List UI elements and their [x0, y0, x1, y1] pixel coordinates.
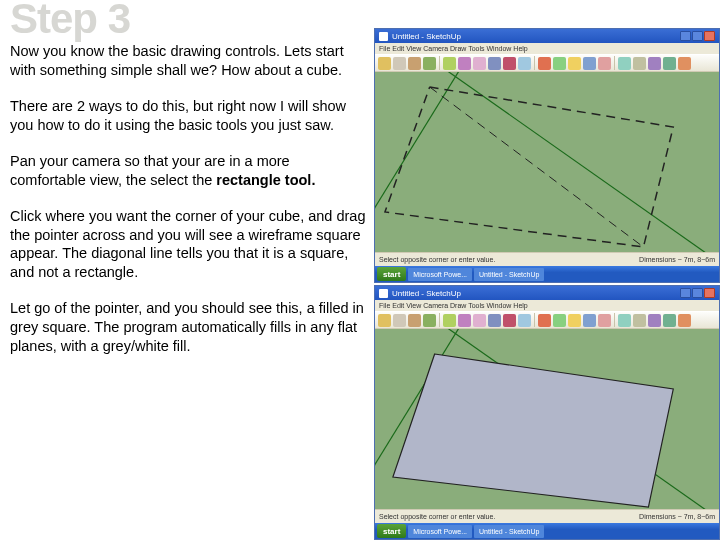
toolbar-tool-icon[interactable] [583, 314, 596, 327]
viewport-filled[interactable] [375, 329, 719, 509]
svg-line-0 [375, 72, 464, 252]
screenshot-wireframe: Untitled - SketchUp File Edit View Camer… [374, 28, 720, 283]
toolbar-tool-icon[interactable] [393, 57, 406, 70]
window-title: Untitled - SketchUp [392, 32, 676, 41]
svg-marker-5 [393, 354, 673, 507]
toolbar-tool-icon[interactable] [598, 314, 611, 327]
window-title: Untitled - SketchUp [392, 289, 676, 298]
app-icon [379, 32, 388, 41]
viewport-wireframe[interactable] [375, 72, 719, 252]
toolbar-tool-icon[interactable] [473, 57, 486, 70]
paragraph-5: Let go of the pointer, and you should se… [10, 299, 366, 355]
toolbar-tool-icon[interactable] [408, 57, 421, 70]
toolbar-tool-icon[interactable] [378, 314, 391, 327]
paragraph-1: Now you know the basic drawing controls.… [10, 42, 366, 79]
toolbar-tool-icon[interactable] [583, 57, 596, 70]
toolbar-separator [614, 313, 615, 327]
toolbar-tool-icon[interactable] [378, 57, 391, 70]
toolbar-tool-icon[interactable] [678, 57, 691, 70]
toolbar-tool-icon[interactable] [423, 314, 436, 327]
close-icon[interactable] [704, 31, 715, 41]
toolbar-tool-icon[interactable] [663, 57, 676, 70]
toolbar-separator [534, 313, 535, 327]
paragraph-2: There are 2 ways to do this, but right n… [10, 97, 366, 134]
toolbar-separator [439, 313, 440, 327]
window-controls [680, 31, 715, 41]
maximize-icon[interactable] [692, 31, 703, 41]
taskbar: start Microsoft Powe... Untitled - Sketc… [375, 266, 719, 282]
status-dimensions: Dimensions ~ 7m, 8~6m [639, 256, 715, 263]
toolbar-tool-icon[interactable] [518, 314, 531, 327]
toolbar-tool-icon[interactable] [538, 57, 551, 70]
toolbar-tool-icon[interactable] [648, 314, 661, 327]
taskbar: start Microsoft Powe... Untitled - Sketc… [375, 523, 719, 539]
status-bar: Select opposite corner or enter value. D… [375, 509, 719, 523]
toolbar-tool-icon[interactable] [488, 314, 501, 327]
app-icon [379, 289, 388, 298]
toolbar [375, 311, 719, 329]
minimize-icon[interactable] [680, 31, 691, 41]
toolbar-tool-icon[interactable] [568, 314, 581, 327]
toolbar-tool-icon[interactable] [458, 314, 471, 327]
minimize-icon[interactable] [680, 288, 691, 298]
toolbar-tool-icon[interactable] [443, 314, 456, 327]
toolbar-tool-icon[interactable] [633, 57, 646, 70]
toolbar-tool-icon[interactable] [618, 57, 631, 70]
window-titlebar: Untitled - SketchUp [375, 29, 719, 43]
toolbar-tool-icon[interactable] [518, 57, 531, 70]
toolbar-tool-icon[interactable] [423, 57, 436, 70]
menu-bar[interactable]: File Edit View Camera Draw Tools Window … [375, 43, 719, 54]
toolbar-tool-icon[interactable] [458, 57, 471, 70]
status-text: Select opposite corner or enter value. [379, 513, 495, 520]
toolbar-tool-icon[interactable] [503, 57, 516, 70]
menu-bar[interactable]: File Edit View Camera Draw Tools Window … [375, 300, 719, 311]
paragraph-4: Click where you want the corner of your … [10, 207, 366, 281]
instruction-column: Step 3 Now you know the basic drawing co… [0, 0, 374, 540]
toolbar-tool-icon[interactable] [598, 57, 611, 70]
taskbar-item[interactable]: Untitled - SketchUp [474, 268, 544, 281]
step-heading: Step 3 [10, 0, 366, 40]
toolbar-tool-icon[interactable] [633, 314, 646, 327]
status-dimensions: Dimensions ~ 7m, 8~6m [639, 513, 715, 520]
toolbar-tool-icon[interactable] [678, 314, 691, 327]
start-button[interactable]: start [377, 267, 406, 281]
toolbar-tool-icon[interactable] [553, 57, 566, 70]
status-text: Select opposite corner or enter value. [379, 256, 495, 263]
start-button[interactable]: start [377, 524, 406, 538]
toolbar-tool-icon[interactable] [503, 314, 516, 327]
toolbar-tool-icon[interactable] [538, 314, 551, 327]
toolbar-tool-icon[interactable] [488, 57, 501, 70]
toolbar-tool-icon[interactable] [553, 314, 566, 327]
toolbar-tool-icon[interactable] [648, 57, 661, 70]
toolbar-tool-icon[interactable] [663, 314, 676, 327]
window-controls [680, 288, 715, 298]
toolbar-separator [439, 56, 440, 70]
toolbar-tool-icon[interactable] [473, 314, 486, 327]
screenshot-column: Untitled - SketchUp File Edit View Camer… [374, 0, 720, 540]
toolbar-tool-icon[interactable] [443, 57, 456, 70]
screenshot-filled: Untitled - SketchUp File Edit View Camer… [374, 285, 720, 540]
status-bar: Select opposite corner or enter value. D… [375, 252, 719, 266]
toolbar [375, 54, 719, 72]
toolbar-separator [534, 56, 535, 70]
toolbar-tool-icon[interactable] [408, 314, 421, 327]
taskbar-item[interactable]: Microsoft Powe... [408, 525, 472, 538]
toolbar-tool-icon[interactable] [568, 57, 581, 70]
close-icon[interactable] [704, 288, 715, 298]
maximize-icon[interactable] [692, 288, 703, 298]
paragraph-3: Pan your camera so that your are in a mo… [10, 152, 366, 189]
window-titlebar: Untitled - SketchUp [375, 286, 719, 300]
taskbar-item[interactable]: Untitled - SketchUp [474, 525, 544, 538]
toolbar-tool-icon[interactable] [618, 314, 631, 327]
toolbar-tool-icon[interactable] [393, 314, 406, 327]
rectangle-tool-label: rectangle tool. [216, 172, 315, 188]
toolbar-separator [614, 56, 615, 70]
taskbar-item[interactable]: Microsoft Powe... [408, 268, 472, 281]
